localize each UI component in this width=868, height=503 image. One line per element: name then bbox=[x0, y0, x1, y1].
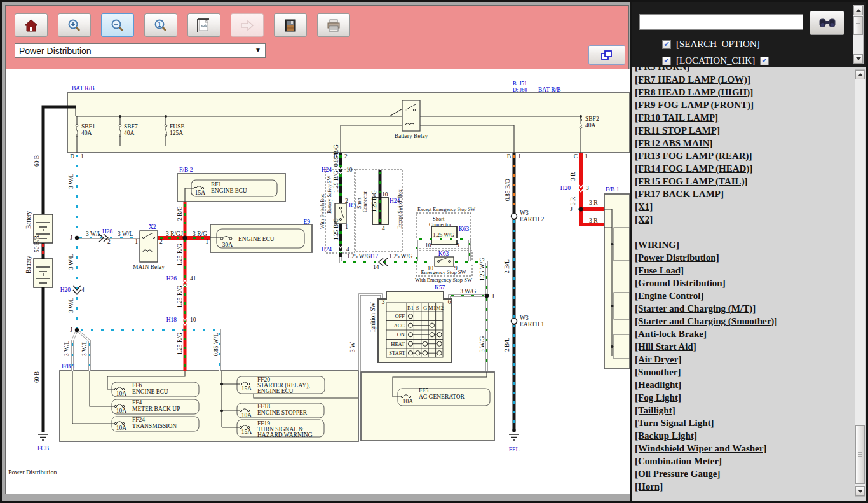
diagram-ref-label[interactable]: K63 bbox=[459, 226, 470, 232]
scroll-down-button[interactable] bbox=[855, 486, 865, 496]
nav-link[interactable]: [Horn] bbox=[635, 480, 853, 493]
scroll-up-button[interactable] bbox=[855, 70, 865, 79]
scrollbar-thumb[interactable] bbox=[855, 425, 865, 484]
nav-link[interactable]: [Starter and Charging (Smoother)] bbox=[635, 315, 853, 327]
diagram-label: 2 bbox=[159, 238, 163, 245]
diagram-select[interactable]: Power Distribution ▼ bbox=[15, 43, 266, 58]
search-option-checkbox[interactable]: ✔ bbox=[662, 40, 671, 49]
diagram-label: 3 W/L bbox=[86, 231, 102, 237]
zoom-out-button[interactable] bbox=[101, 13, 134, 37]
scroll-down-button[interactable] bbox=[853, 54, 863, 64]
diagram-ref-label[interactable]: H28 bbox=[102, 228, 113, 235]
diagram-ref-label[interactable]: H18 bbox=[166, 317, 177, 323]
diagram-ref-label[interactable]: H17 bbox=[368, 253, 379, 259]
nav-link[interactable]: [X1] bbox=[635, 200, 853, 213]
diagram-ref-label[interactable]: H24 bbox=[322, 167, 332, 173]
nav-link[interactable]: [FR14 FOG LAMP (HEAD)] bbox=[635, 162, 853, 175]
nav-link[interactable]: [Fuse Load] bbox=[635, 264, 853, 277]
nav-link[interactable]: [X2] bbox=[635, 213, 853, 226]
diagram-label: 1.25 B/G bbox=[371, 190, 377, 212]
diagram-ref-label[interactable]: F/B 2 bbox=[179, 167, 193, 173]
diagram-ref-label[interactable]: K57 bbox=[435, 284, 445, 291]
search-panel-scrollbar[interactable] bbox=[853, 5, 864, 64]
diagram-ref-label[interactable]: H26 bbox=[166, 275, 177, 282]
diagram-label: FF18 bbox=[257, 403, 270, 410]
diagram-label: 1.25 B/G bbox=[333, 218, 339, 240]
nav-link[interactable]: [Taillight] bbox=[635, 404, 853, 417]
zoom-in-button[interactable] bbox=[58, 13, 91, 37]
nav-link[interactable]: [FR11 STOP LAMP] bbox=[635, 124, 853, 137]
nav-link[interactable]: [FR13 FOG LAMP (REAR)] bbox=[635, 149, 853, 162]
nav-link[interactable]: [Oil Pressure Gauge] bbox=[635, 467, 853, 480]
nav-scrollbar[interactable] bbox=[855, 69, 865, 497]
nav-link[interactable]: [Starter and Charging (M/T)] bbox=[635, 302, 853, 315]
diagram-ref-label[interactable]: E9 bbox=[303, 219, 310, 225]
diagram-label: 3 W/L bbox=[68, 254, 74, 270]
nav-link[interactable]: [FR5 HORN] bbox=[635, 67, 853, 73]
zoom-out-icon bbox=[110, 18, 125, 32]
diagram-label: Connector bbox=[362, 191, 368, 212]
print-button[interactable] bbox=[317, 13, 350, 37]
scrollbar-thumb[interactable] bbox=[853, 16, 863, 35]
nav-link[interactable]: [Power Distribution] bbox=[635, 251, 853, 264]
nav-link[interactable]: [Ground Distribution] bbox=[635, 277, 853, 289]
nav-link[interactable]: [Backup Light] bbox=[635, 429, 853, 442]
scroll-up-button[interactable] bbox=[853, 6, 863, 15]
diagram-label: ACC bbox=[394, 322, 405, 329]
diagram-label: 2 bbox=[345, 198, 348, 204]
nav-link[interactable]: [Fog Light] bbox=[635, 391, 853, 404]
search-input[interactable] bbox=[639, 14, 803, 30]
fb1-right-label[interactable]: F/B 1 bbox=[606, 186, 620, 193]
diagram-ref-label[interactable]: H24 bbox=[322, 246, 332, 252]
nav-link[interactable]: [FR12 ABS MAIN] bbox=[635, 137, 853, 149]
save-button[interactable] bbox=[274, 13, 307, 37]
diagram-ref-label[interactable]: X2 bbox=[149, 224, 156, 230]
nav-link[interactable]: [Smoother] bbox=[635, 366, 853, 378]
diagram-ref-label[interactable]: H20 bbox=[60, 287, 71, 293]
diagram-ref-label[interactable]: K63 bbox=[438, 251, 449, 257]
diagram-label: 60 B bbox=[34, 155, 40, 167]
location-chk-checkbox[interactable]: ✔ bbox=[662, 57, 671, 65]
diagram-label: ENGINE ECU bbox=[132, 389, 168, 395]
nav-link[interactable]: [FR9 FOG LAMP (FRONT)] bbox=[635, 99, 853, 111]
nav-link[interactable]: [FR17 BACK LAMP] bbox=[635, 188, 853, 200]
duplicate-window-button[interactable] bbox=[588, 45, 625, 65]
diagram-ref-label[interactable]: B: J51 bbox=[513, 80, 527, 86]
diagram-canvas[interactable]: BAT R/BB: J51D: J60BAT R/BSBF140ASBF740A… bbox=[6, 69, 630, 494]
nav-link[interactable]: [Anti-lock Brake] bbox=[635, 327, 853, 340]
diagram-label: 4 bbox=[382, 225, 385, 231]
nav-link[interactable]: [Headlight] bbox=[635, 378, 853, 391]
nav-link[interactable]: [FR8 HEAD LAMP (HIGH)] bbox=[635, 86, 853, 99]
binoculars-icon bbox=[818, 17, 837, 29]
nav-link[interactable]: [Air Dryer] bbox=[635, 353, 853, 366]
zoom-original-button[interactable]: 1 bbox=[144, 13, 177, 37]
location-chk-checkbox-2[interactable]: ✔ bbox=[760, 57, 769, 65]
bus-batrb-label-left[interactable]: BAT R/B bbox=[72, 85, 94, 92]
home-button[interactable] bbox=[15, 13, 48, 37]
nav-link[interactable]: [Windshield Wiper and Washer] bbox=[635, 442, 853, 455]
diagram-ref-label[interactable]: H20 bbox=[560, 185, 571, 191]
nav-link[interactable]: [Hill Start Aid] bbox=[635, 340, 853, 353]
diagram-ref-label[interactable]: R3 bbox=[349, 202, 356, 209]
nav-link[interactable]: [FR10 TAIL LAMP] bbox=[635, 111, 853, 124]
nav-link[interactable]: [Combination Meter] bbox=[635, 455, 853, 467]
diagram-label: 3 W/L bbox=[68, 173, 74, 189]
bus-batrb-label-right[interactable]: BAT R/B bbox=[538, 86, 560, 93]
fb1-bottom-label[interactable]: F/B 1 bbox=[62, 363, 76, 369]
fit-page-button[interactable] bbox=[187, 13, 220, 37]
nav-link[interactable]: [FR7 HEAD LAMP (LOW)] bbox=[635, 73, 853, 86]
diagram-ref-label[interactable]: D: J60 bbox=[513, 86, 527, 93]
diagram-label: 6 bbox=[448, 299, 451, 305]
nav-link[interactable]: [Turn Signal Light] bbox=[635, 417, 853, 429]
sidebar: ✔ [SEARCH_OPTION] ✔ [LOCATION_CHK] ✔ [FR… bbox=[630, 2, 866, 501]
diagram-ref-label[interactable]: FFL bbox=[509, 446, 520, 453]
diagram-ref-label[interactable]: FCB bbox=[37, 445, 49, 451]
nav-link[interactable]: [FR15 FOG LAMP (TAIL)] bbox=[635, 175, 853, 188]
battery-relay bbox=[402, 100, 420, 131]
diagram-label: FF24 bbox=[132, 417, 145, 423]
nav-link[interactable]: [Engine Control] bbox=[635, 289, 853, 302]
diagram-label: 60 B bbox=[34, 371, 40, 383]
diagram-label: 3 W/L bbox=[68, 297, 74, 313]
forward-button[interactable] bbox=[231, 13, 264, 37]
search-button[interactable] bbox=[810, 11, 844, 35]
